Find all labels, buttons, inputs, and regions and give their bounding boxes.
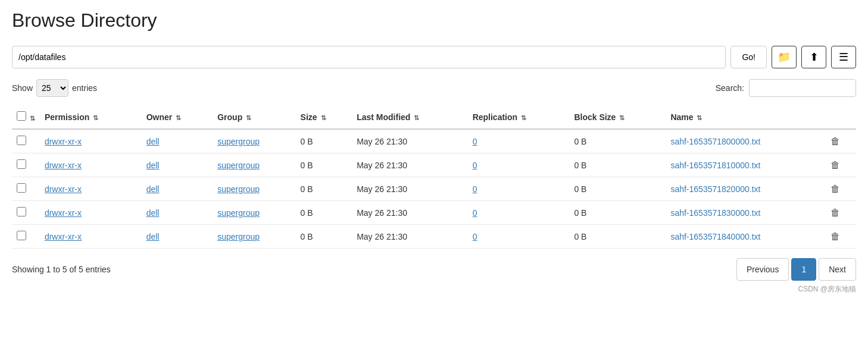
block-size-header[interactable]: Block Size ⇅	[569, 105, 666, 129]
sort-group-icon: ⇅	[246, 114, 251, 121]
owner-header[interactable]: Owner ⇅	[142, 105, 213, 129]
list-icon: ☰	[839, 51, 848, 64]
size-cell-3: 0 B	[296, 201, 352, 225]
previous-button[interactable]: Previous	[736, 258, 789, 281]
showing-text: Showing 1 to 5 of 5 entries	[12, 265, 111, 274]
permission-link-3[interactable]: drwxr-xr-x	[45, 208, 82, 218]
permission-link-1[interactable]: drwxr-xr-x	[45, 161, 82, 170]
group-link-1[interactable]: supergroup	[217, 161, 260, 170]
folder-button[interactable]: 📁	[772, 46, 797, 68]
replication-header[interactable]: Replication ⇅	[468, 105, 570, 129]
footer-bar: Showing 1 to 5 of 5 entries Previous 1 N…	[12, 258, 856, 281]
group-header-label: Group	[217, 112, 242, 122]
sort-last-modified-icon: ⇅	[414, 114, 419, 121]
delete-icon-4[interactable]: 🗑	[830, 231, 840, 241]
sort-icon-select: ⇅	[30, 115, 35, 122]
path-input[interactable]	[12, 46, 726, 68]
last-modified-header-label: Last Modified	[357, 112, 410, 122]
search-input[interactable]	[749, 79, 856, 97]
file-name-link-3[interactable]: sahf-1653571830000.txt	[670, 208, 760, 218]
block-size-cell-0: 0 B	[569, 129, 666, 153]
size-cell-4: 0 B	[296, 225, 352, 249]
replication-link-2[interactable]: 0	[473, 184, 477, 194]
watermark: CSDN @房东地猫	[12, 284, 856, 294]
name-header[interactable]: Name ⇅	[666, 105, 825, 129]
page-title: Browse Directory	[12, 10, 856, 32]
owner-link-1[interactable]: dell	[146, 161, 160, 170]
top-bar: Go! 📁 ⬆ ☰	[12, 46, 856, 68]
sort-owner-icon: ⇅	[176, 114, 181, 121]
owner-header-label: Owner	[146, 112, 173, 122]
replication-header-label: Replication	[473, 112, 517, 122]
last-modified-cell-3: May 26 21:30	[352, 201, 467, 225]
file-name-link-1[interactable]: sahf-1653571810000.txt	[670, 161, 760, 170]
file-name-link-2[interactable]: sahf-1653571820000.txt	[670, 184, 760, 194]
search-label: Search:	[716, 83, 744, 93]
upload-button[interactable]: ⬆	[801, 46, 826, 68]
block-size-cell-3: 0 B	[569, 201, 666, 225]
owner-link-2[interactable]: dell	[146, 184, 160, 194]
last-modified-cell-2: May 26 21:30	[352, 177, 467, 201]
select-all-col: ⇅	[12, 105, 40, 129]
table-row: drwxr-xr-xdellsupergroup0 BMay 26 21:300…	[12, 177, 856, 201]
next-button[interactable]: Next	[819, 258, 856, 281]
file-name-link-4[interactable]: sahf-1653571840000.txt	[670, 232, 760, 241]
group-link-2[interactable]: supergroup	[217, 184, 260, 194]
table-row: drwxr-xr-xdellsupergroup0 BMay 26 21:300…	[12, 225, 856, 249]
delete-icon-0[interactable]: 🗑	[830, 136, 840, 146]
permission-link-2[interactable]: drwxr-xr-x	[45, 184, 82, 194]
upload-icon: ⬆	[810, 51, 819, 64]
group-header[interactable]: Group ⇅	[213, 105, 295, 129]
permission-link-4[interactable]: drwxr-xr-x	[45, 232, 82, 241]
replication-link-4[interactable]: 0	[473, 232, 477, 241]
block-size-header-label: Block Size	[574, 112, 616, 122]
delete-icon-3[interactable]: 🗑	[830, 208, 840, 218]
last-modified-cell-0: May 26 21:30	[352, 129, 467, 153]
sort-replication-icon: ⇅	[521, 114, 526, 121]
replication-link-3[interactable]: 0	[473, 208, 477, 218]
page-1-button[interactable]: 1	[791, 258, 816, 281]
group-link-4[interactable]: supergroup	[217, 232, 260, 241]
show-label: Show	[12, 83, 33, 93]
show-entries: Show 102550100 entries	[12, 79, 97, 97]
delete-icon-1[interactable]: 🗑	[830, 160, 840, 170]
entries-label: entries	[72, 83, 97, 93]
permission-header[interactable]: Permission ⇅	[40, 105, 142, 129]
size-cell-0: 0 B	[296, 129, 352, 153]
delete-icon-2[interactable]: 🗑	[830, 184, 840, 194]
block-size-cell-1: 0 B	[569, 153, 666, 177]
entries-select[interactable]: 102550100	[36, 79, 68, 97]
file-name-link-0[interactable]: sahf-1653571800000.txt	[670, 137, 760, 146]
row-checkbox-0[interactable]	[17, 136, 26, 145]
row-checkbox-3[interactable]	[17, 207, 26, 216]
replication-link-0[interactable]: 0	[473, 137, 477, 146]
pagination: Previous 1 Next	[736, 258, 856, 281]
size-header-label: Size	[301, 112, 317, 122]
search-bar: Search:	[716, 79, 856, 97]
table-header-row: ⇅ Permission ⇅ Owner ⇅ Group ⇅ Size ⇅ La…	[12, 105, 856, 129]
owner-link-0[interactable]: dell	[146, 137, 160, 146]
group-link-0[interactable]: supergroup	[217, 137, 260, 146]
table-row: drwxr-xr-xdellsupergroup0 BMay 26 21:300…	[12, 201, 856, 225]
sort-permission-icon: ⇅	[93, 114, 98, 121]
group-link-3[interactable]: supergroup	[217, 208, 260, 218]
owner-link-3[interactable]: dell	[146, 208, 160, 218]
size-header[interactable]: Size ⇅	[296, 105, 352, 129]
permission-header-label: Permission	[45, 112, 89, 122]
row-checkbox-2[interactable]	[17, 183, 26, 193]
permission-link-0[interactable]: drwxr-xr-x	[45, 137, 82, 146]
row-checkbox-4[interactable]	[17, 231, 26, 240]
last-modified-header[interactable]: Last Modified ⇅	[352, 105, 467, 129]
go-button[interactable]: Go!	[730, 46, 767, 68]
size-cell-2: 0 B	[296, 177, 352, 201]
sort-name-icon: ⇅	[697, 114, 702, 121]
block-size-cell-4: 0 B	[569, 225, 666, 249]
owner-link-4[interactable]: dell	[146, 232, 160, 241]
row-checkbox-1[interactable]	[17, 159, 26, 169]
select-all-checkbox[interactable]	[17, 111, 26, 121]
list-button[interactable]: ☰	[831, 46, 856, 68]
name-header-label: Name	[670, 112, 693, 122]
sort-block-size-icon: ⇅	[619, 114, 625, 121]
replication-link-1[interactable]: 0	[473, 161, 477, 170]
block-size-cell-2: 0 B	[569, 177, 666, 201]
